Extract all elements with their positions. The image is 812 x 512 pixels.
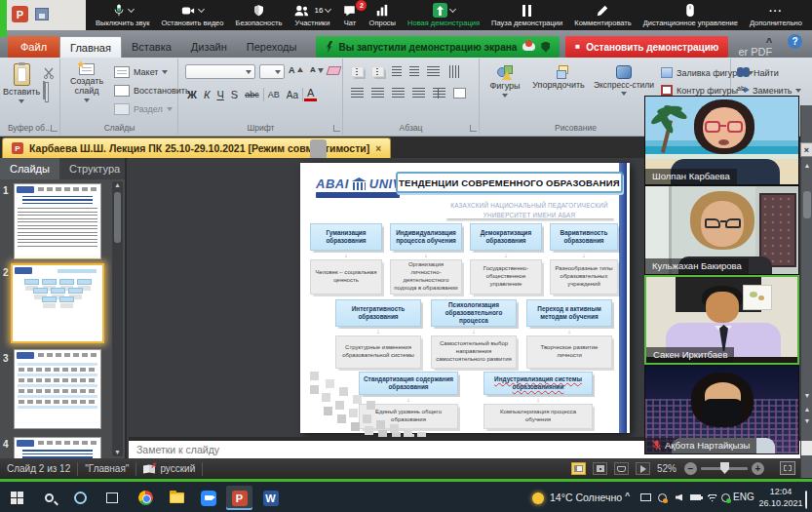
next-slide-icon[interactable]: ▼ <box>801 415 812 426</box>
document-tab[interactable]: P Карбаева Ш.Ш. Лекция ПК 25.10-29.10.20… <box>2 138 391 158</box>
slide-thumbnail-1[interactable] <box>14 183 101 259</box>
more-button[interactable]: ··· Дополнительно <box>748 2 804 28</box>
spellcheck-icon[interactable] <box>143 464 156 474</box>
tab-file[interactable]: Файл <box>8 36 59 58</box>
help-button[interactable]: ? <box>788 34 802 49</box>
chat-button[interactable]: 2 Чат <box>340 2 359 28</box>
cut-button[interactable] <box>43 65 57 78</box>
diagram-box[interactable]: Вариативность образования ↓ Разнообразны… <box>550 223 618 295</box>
clear-format-button[interactable] <box>328 66 340 75</box>
slide-title[interactable]: ТЕНДЕНЦИИ СОВРЕМЕННОГО ОБРАЗОВАНИЯ <box>396 172 623 193</box>
tray-onedrive-icon[interactable] <box>656 492 669 503</box>
shadow-button[interactable]: S <box>228 89 241 100</box>
pause-share-button[interactable]: Пауза демонстрации <box>489 2 564 28</box>
numbering-icon[interactable] <box>371 66 384 77</box>
chevron-up-icon[interactable] <box>198 5 205 12</box>
shapes-button[interactable]: Фигуры <box>483 65 526 98</box>
copy-button[interactable] <box>43 82 57 95</box>
reset-button[interactable]: Восстановить <box>114 85 190 97</box>
slideshow-button[interactable] <box>636 462 650 475</box>
scroll-thumb[interactable] <box>803 191 811 218</box>
cortana-button[interactable] <box>67 486 94 510</box>
diagram-box[interactable]: Демократизация образования ↓ Государстве… <box>470 223 542 295</box>
tab-insert[interactable]: Вставка <box>122 36 181 58</box>
diagram-box[interactable]: Индивидуализация процесса обучения ↓ Орг… <box>390 223 462 295</box>
task-view-button[interactable] <box>98 486 125 510</box>
scroll-up-icon[interactable]: ▲ <box>114 181 121 188</box>
replace-button[interactable]: ab Заменить <box>737 85 801 96</box>
collapse-ribbon-button[interactable]: ^ <box>761 36 777 48</box>
bold-button[interactable]: Ж <box>184 89 200 100</box>
justify-icon[interactable] <box>412 88 425 98</box>
weather-sun-icon[interactable] <box>532 492 544 504</box>
tab-transitions[interactable]: Переходы <box>237 36 307 58</box>
new-share-button[interactable]: Новая демонстрация <box>406 2 482 28</box>
tray-wifi-icon[interactable] <box>706 492 718 503</box>
zoom-slider-thumb[interactable] <box>720 462 729 474</box>
clock[interactable]: 12:04 26.10.2021 <box>758 486 803 509</box>
powerpoint-taskbar-button[interactable]: P <box>226 486 252 510</box>
arrange-button[interactable]: Упорядочить <box>530 65 587 91</box>
tab-design[interactable]: Дизайн <box>181 36 237 58</box>
diagram-box[interactable]: Гуманизация образования ↓ Человек – соци… <box>310 223 382 295</box>
close-document-icon[interactable]: × <box>375 143 381 154</box>
panel-scrollbar[interactable]: ▲ ▼ <box>112 181 123 456</box>
text-direction-icon[interactable] <box>448 65 459 78</box>
polls-button[interactable]: Опросы <box>367 2 398 28</box>
align-left-icon[interactable] <box>351 88 364 98</box>
video-tile-2[interactable]: Кульжахан Бакирова <box>644 185 799 275</box>
chevron-up-icon[interactable] <box>448 5 455 12</box>
close-pane-button[interactable]: × <box>800 142 812 157</box>
align-center-icon[interactable] <box>371 88 384 98</box>
annotate-button[interactable]: Комментировать <box>572 2 633 28</box>
section-button[interactable]: Раздел <box>114 103 173 115</box>
find-button[interactable]: Найти <box>737 67 779 78</box>
scroll-thumb[interactable] <box>114 192 121 243</box>
tab-home[interactable]: Главная <box>59 36 122 58</box>
slide-thumbnail-2-selected[interactable] <box>11 263 104 343</box>
strikethrough-button[interactable]: abc <box>242 90 262 99</box>
security-button[interactable]: Безопасность <box>234 2 285 28</box>
slide-sorter-button[interactable] <box>593 462 607 475</box>
video-tile-4[interactable]: Ақбота Нартайқызы <box>644 365 799 454</box>
scroll-down-icon[interactable]: ▼ <box>114 449 121 455</box>
tab-outline-panel[interactable]: Структура <box>59 158 127 179</box>
reading-view-button[interactable] <box>614 462 629 475</box>
quick-styles-button[interactable]: Экспресс-стили <box>589 65 659 96</box>
chevron-up-icon[interactable] <box>128 5 135 12</box>
word-taskbar-button[interactable]: W <box>257 486 284 510</box>
font-name-select[interactable] <box>185 64 255 79</box>
zoom-in-button[interactable]: + <box>752 462 764 475</box>
explorer-taskbar-button[interactable] <box>164 486 190 510</box>
tray-battery-icon[interactable] <box>689 492 702 503</box>
participants-button[interactable]: 16 Участники <box>291 2 332 28</box>
language-indicator[interactable]: русский <box>160 463 195 474</box>
normal-view-button[interactable] <box>571 462 586 475</box>
chrome-taskbar-button[interactable] <box>133 486 159 510</box>
remote-control-button[interactable]: Дистанционное управление <box>641 2 740 28</box>
scroll-down-icon[interactable]: ▼ <box>801 390 812 401</box>
video-tile-1[interactable]: Шолпан Карбаева <box>644 96 799 185</box>
dialog-launcher[interactable] <box>333 125 340 132</box>
tray-monitor-icon[interactable] <box>639 492 652 503</box>
stop-video-button[interactable]: Остановить видео <box>160 2 226 28</box>
tray-status-icon[interactable] <box>719 492 732 503</box>
previous-slide-icon[interactable]: ▲ <box>801 404 812 414</box>
zoom-taskbar-button[interactable] <box>195 486 221 510</box>
layout-button[interactable]: Макет <box>114 66 168 78</box>
tab-stub[interactable] <box>310 139 327 158</box>
bullets-icon[interactable] <box>351 66 364 77</box>
scrollbar-segment[interactable] <box>801 441 812 455</box>
zoom-out-button[interactable]: − <box>684 462 697 475</box>
slide-thumbnail-4[interactable] <box>14 437 101 458</box>
indent-increase-icon[interactable] <box>409 66 419 77</box>
diagram-box[interactable]: Психологизация образовательного процесса… <box>431 299 517 369</box>
dialog-launcher[interactable] <box>51 125 58 132</box>
start-button[interactable] <box>4 486 30 510</box>
slide-thumbnail-3[interactable] <box>14 349 101 429</box>
italic-button[interactable]: К <box>201 89 213 100</box>
underline-button[interactable]: Ч <box>213 89 226 100</box>
weather-text[interactable]: 14°C Солнечно <box>550 492 622 503</box>
grow-font-button[interactable]: А <box>289 65 303 75</box>
fit-to-window-button[interactable] <box>780 461 795 475</box>
